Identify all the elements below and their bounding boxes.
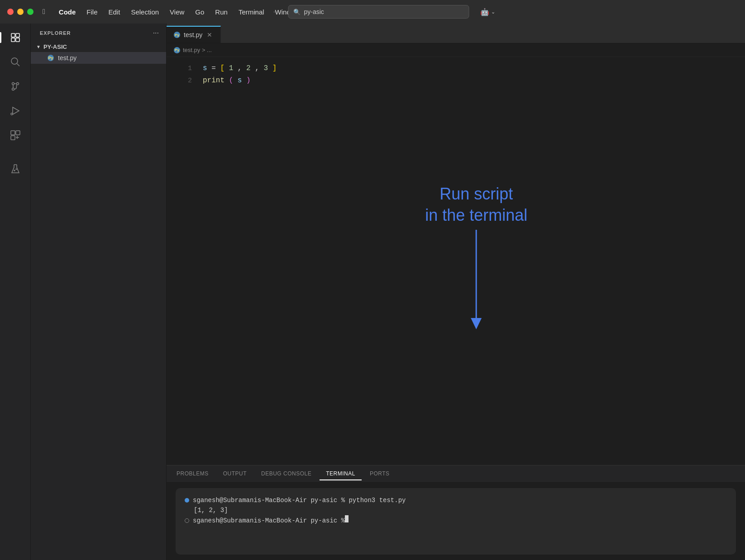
sidebar: EXPLORER ··· ▼ PY-ASIC Py test.py	[31, 24, 167, 560]
terminal-text-1: sganesh@Subramanis-MacBook-Air py-asic %…	[193, 495, 406, 505]
code-line-1: 1 s = [ 1 , 2 , 3 ]	[167, 62, 745, 75]
token-3: 3	[263, 64, 268, 72]
nav-back-button[interactable]: ←	[250, 6, 264, 18]
line-number-1: 1	[174, 63, 192, 75]
search-icon: 🔍	[293, 9, 301, 15]
folder-section: ▼ PY-ASIC Py test.py	[31, 41, 166, 65]
nav-forward-button[interactable]: →	[269, 6, 283, 18]
terminal-dot-2	[185, 518, 189, 523]
activity-flask[interactable]	[5, 158, 26, 179]
code-editor[interactable]: 1 s = [ 1 , 2 , 3 ] 2 print (	[167, 57, 745, 465]
activity-search[interactable]	[5, 52, 26, 72]
panel-tab-problems[interactable]: PROBLEMS	[170, 468, 215, 480]
titlebar-center: ← → 🔍 py-asic 🤖 ⌄	[250, 5, 495, 19]
activity-run-debug[interactable]	[5, 100, 26, 121]
svg-line-5	[17, 64, 19, 66]
folder-header[interactable]: ▼ PY-ASIC	[31, 42, 166, 52]
breadcrumb-path: test.py > ...	[183, 47, 212, 53]
token-s2: s	[238, 76, 242, 85]
svg-rect-3	[16, 38, 19, 42]
svg-rect-13	[11, 136, 15, 140]
annotation-line1: Run script	[425, 184, 527, 205]
maximize-button[interactable]	[27, 9, 33, 15]
svg-marker-9	[13, 107, 19, 114]
traffic-lights	[7, 9, 33, 15]
sidebar-header: EXPLORER ···	[31, 24, 166, 41]
terminal-cursor	[345, 515, 349, 522]
panel-tab-output[interactable]: OUTPUT	[217, 468, 253, 480]
code-content-2: print ( s )	[203, 75, 251, 86]
folder-arrow-icon: ▼	[36, 44, 41, 49]
search-text: py-asic	[304, 8, 324, 15]
menu-edit[interactable]: Edit	[103, 6, 126, 18]
menu-selection[interactable]: Selection	[125, 6, 164, 18]
menu-view[interactable]: View	[164, 6, 190, 18]
annotation: Run script in the terminal	[425, 184, 527, 329]
svg-marker-17	[471, 318, 482, 329]
close-button[interactable]	[7, 9, 14, 15]
svg-point-8	[12, 88, 14, 90]
annotation-line2: in the terminal	[425, 205, 527, 226]
python-file-icon: Py	[47, 54, 54, 62]
code-line-2: 2 print ( s )	[167, 75, 745, 87]
breadcrumb: Py test.py > ...	[167, 43, 745, 57]
panel-tabs: PROBLEMS OUTPUT DEBUG CONSOLE TERMINAL P…	[167, 465, 745, 483]
file-name: test.py	[58, 54, 76, 62]
panel-tab-ports[interactable]: PORTS	[363, 468, 396, 480]
token-1: 1	[229, 64, 234, 72]
menu-go[interactable]: Go	[190, 6, 210, 18]
svg-point-6	[12, 83, 14, 85]
minimize-button[interactable]	[17, 9, 24, 15]
svg-rect-2	[11, 38, 15, 42]
token-print: print	[203, 76, 224, 85]
editor-area: Py test.py ✕ Py test.py > ... 1 s = [ 1 …	[167, 24, 745, 560]
tab-testpy[interactable]: Py test.py ✕	[167, 26, 221, 43]
annotation-text: Run script in the terminal	[425, 184, 527, 226]
activity-explorer[interactable]	[5, 27, 26, 48]
terminal-output: [1, 2, 3]	[194, 505, 228, 515]
copilot-button[interactable]: 🤖 ⌄	[480, 8, 495, 16]
line-number-2: 2	[174, 75, 192, 87]
svg-point-10	[11, 113, 13, 115]
token-2: 2	[246, 64, 251, 72]
activity-extensions[interactable]	[5, 125, 26, 146]
terminal-line-3: sganesh@Subramanis-MacBook-Air py-asic %	[185, 515, 727, 526]
apple-icon: 	[43, 8, 45, 16]
panel-tab-debug-console[interactable]: DEBUG CONSOLE	[255, 468, 318, 480]
activity-source-control[interactable]	[5, 76, 26, 97]
terminal-line-2: [1, 2, 3]	[185, 505, 727, 515]
svg-rect-12	[16, 131, 20, 135]
token-close-paren: )	[246, 76, 251, 85]
tab-python-icon: Py	[174, 32, 180, 38]
terminal[interactable]: sganesh@Subramanis-MacBook-Air py-asic %…	[167, 483, 745, 560]
svg-rect-0	[11, 33, 15, 37]
svg-point-7	[16, 83, 19, 85]
terminal-content: sganesh@Subramanis-MacBook-Air py-asic %…	[176, 488, 736, 555]
tab-close-button[interactable]: ✕	[206, 31, 213, 38]
copilot-icon: 🤖	[480, 8, 489, 16]
svg-rect-1	[16, 33, 19, 37]
activity-bar	[0, 24, 31, 560]
menu-code[interactable]: Code	[53, 6, 81, 18]
panel-area: PROBLEMS OUTPUT DEBUG CONSOLE TERMINAL P…	[167, 465, 745, 560]
token-eq: =	[211, 64, 220, 72]
terminal-text-3: sganesh@Subramanis-MacBook-Air py-asic %	[193, 516, 345, 526]
copilot-chevron: ⌄	[491, 9, 495, 15]
folder-name: PY-ASIC	[43, 43, 67, 50]
menu-file[interactable]: File	[81, 6, 103, 18]
terminal-line-1: sganesh@Subramanis-MacBook-Air py-asic %…	[185, 495, 727, 505]
tab-bar: Py test.py ✕	[167, 24, 745, 43]
token-open-paren: (	[229, 76, 234, 85]
search-bar[interactable]: 🔍 py-asic	[288, 5, 469, 19]
file-item-testpy[interactable]: Py test.py	[31, 52, 166, 64]
menu-run[interactable]: Run	[210, 6, 233, 18]
svg-point-15	[16, 169, 17, 170]
breadcrumb-python-icon: Py	[174, 47, 180, 53]
titlebar:  Code File Edit Selection View Go Run T…	[0, 0, 745, 24]
sidebar-more-button[interactable]: ···	[153, 29, 159, 37]
panel-tab-terminal[interactable]: TERMINAL	[320, 468, 362, 480]
svg-rect-11	[11, 131, 15, 135]
token-comma2: ,	[255, 64, 263, 72]
svg-point-4	[11, 58, 18, 64]
python-icon: Py	[48, 55, 54, 61]
